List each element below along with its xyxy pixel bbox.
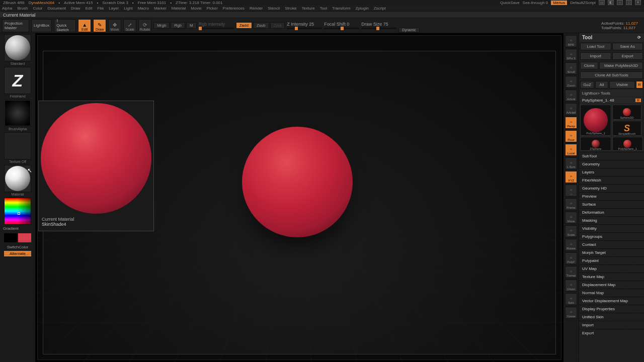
minimize-button[interactable]: ─ — [617, 0, 623, 5]
menu-edit[interactable]: Edit — [86, 6, 93, 11]
menu-color[interactable]: Color — [33, 6, 42, 11]
section-surface[interactable]: Surface — [579, 200, 644, 208]
shelf-local[interactable]: ▫Local — [565, 144, 577, 156]
menu-stencil[interactable]: Stencil — [268, 6, 280, 11]
section-preview[interactable]: Preview — [579, 192, 644, 200]
rgb-intensity-slider[interactable]: Rgb Intensity — [199, 19, 234, 32]
material-slot[interactable]: Material — [4, 165, 31, 192]
section-layers[interactable]: Layers — [579, 168, 644, 176]
color-picker[interactable] — [4, 198, 31, 225]
menu-marker[interactable]: Marker — [154, 6, 167, 11]
tool-thumb-zsphere[interactable]: ZSphere — [580, 137, 611, 151]
shelf-[interactable]: ▫○ — [565, 185, 577, 197]
menu-macro[interactable]: Macro — [138, 6, 149, 11]
clone-all-subtools-button[interactable]: Clone All SubTools — [580, 71, 643, 79]
menu-brush[interactable]: Brush — [17, 6, 28, 11]
menus-toggle[interactable]: Menus — [551, 1, 567, 5]
scale-mode-button[interactable]: ⤢Scale — [123, 19, 136, 32]
quicksave-button[interactable]: QuickSave — [500, 1, 520, 5]
make-polymesh-button[interactable]: Make PolyMesh3D — [599, 62, 643, 69]
menu-material[interactable]: Material — [172, 6, 186, 11]
shelf-xyz[interactable]: ▫XYZ — [565, 171, 577, 183]
window-icon-1[interactable]: ▭ — [599, 0, 605, 5]
active-tool-thumb[interactable]: PolySphere_1 — [580, 105, 611, 136]
shelf-lsym[interactable]: ▫L.Sym — [565, 157, 577, 169]
goz-visible-button[interactable]: Visible — [609, 81, 635, 88]
projection-master-button[interactable]: Projection Master — [2, 19, 29, 32]
load-tool-button[interactable]: Load Tool — [580, 43, 611, 50]
gradient-label[interactable]: Gradient — [1, 226, 34, 231]
draw-size-slider[interactable]: Draw Size 75 — [361, 19, 396, 32]
menu-file[interactable]: File — [97, 6, 104, 11]
m-button[interactable]: M — [186, 22, 197, 29]
brush-slot[interactable]: Standard — [4, 34, 31, 61]
menu-layer[interactable]: Layer — [109, 6, 119, 11]
shelf-persp[interactable]: ▫Persp — [565, 117, 577, 129]
alpha-slot[interactable]: BrushAlpha — [4, 100, 31, 127]
shelf-aahalf[interactable]: ▫AAHalf — [565, 103, 577, 115]
menu-texture[interactable]: Texture — [301, 6, 314, 11]
tool-name-field[interactable]: PolySphere_1. 48R — [580, 97, 643, 104]
menu-stroke[interactable]: Stroke — [285, 6, 296, 11]
maximize-button[interactable]: □ — [626, 0, 632, 5]
menu-picker[interactable]: Picker — [207, 6, 218, 11]
draw-mode-button[interactable]: ✎Draw — [93, 19, 106, 32]
shelf-scroll[interactable]: ▫Scroll — [565, 62, 577, 74]
shelf-actual[interactable]: ▫Actual — [565, 89, 577, 102]
menu-light[interactable]: Light — [124, 6, 132, 11]
shelf-move[interactable]: ▫Move — [565, 212, 577, 224]
close-button[interactable]: ✕ — [635, 0, 641, 5]
section-deformation[interactable]: Deformation — [579, 208, 644, 216]
section-fibermesh[interactable]: FiberMesh — [579, 176, 644, 184]
section-geometry[interactable]: Geometry — [579, 160, 644, 168]
seethrough-slider[interactable]: See-through 0 — [523, 1, 548, 5]
tool-thumb-simplebrush[interactable]: S SimpleBrush — [612, 121, 641, 136]
shelf-spix3[interactable]: ▫SPix 3 — [565, 49, 577, 61]
shelf-zoom[interactable]: ▫Zoom — [565, 76, 577, 88]
tool-panel-header[interactable]: Tool⟳ — [579, 33, 644, 42]
menu-preferences[interactable]: Preferences — [223, 6, 245, 11]
clone-button[interactable]: Clone — [580, 62, 598, 69]
move-mode-button[interactable]: ✥Move — [108, 19, 121, 32]
texture-slot[interactable]: Texture Off — [4, 132, 31, 159]
lightbox-tools-link[interactable]: Lightbox> Tools — [580, 90, 643, 97]
menu-render[interactable]: Render — [250, 6, 263, 11]
export-button[interactable]: Export — [612, 52, 643, 60]
dynamic-toggle[interactable]: Dynamic — [398, 27, 419, 33]
menu-movie[interactable]: Movie — [191, 6, 201, 11]
menu-draw[interactable]: Draw — [71, 6, 80, 11]
window-icon-2[interactable]: ◧ — [608, 0, 614, 5]
tool-thumb-polysphere[interactable]: PolySphere_1 — [612, 137, 643, 151]
z-intensity-slider[interactable]: Z Intensity 25 — [287, 19, 322, 32]
section-visibility[interactable]: Visibility — [579, 224, 644, 232]
menu-alpha[interactable]: Alpha — [2, 6, 12, 11]
section-subtool[interactable]: SubTool — [579, 152, 644, 160]
goz-r-button[interactable]: R — [636, 81, 643, 88]
menu-zplugin[interactable]: Zplugin — [355, 6, 368, 11]
zcut-button[interactable]: Zcut — [270, 22, 285, 29]
shelf-frame[interactable]: ▫Frame — [565, 198, 577, 210]
shelf-bpr[interactable]: ▫BPR — [565, 35, 577, 47]
lightbox-button[interactable]: LightBox — [31, 19, 52, 32]
menu-tool[interactable]: Tool — [320, 6, 328, 11]
menu-zscript[interactable]: Zscript — [374, 6, 386, 11]
collapse-icon[interactable]: ⟳ — [637, 35, 641, 40]
save-as-button[interactable]: Save As — [612, 43, 643, 50]
section-masking[interactable]: Masking — [579, 216, 644, 224]
focal-shift-slider[interactable]: Focal Shift 0 — [324, 19, 359, 32]
menu-document[interactable]: Document — [48, 6, 66, 11]
section-geometry-hd[interactable]: Geometry HD — [579, 184, 644, 192]
import-button[interactable]: Import — [580, 52, 611, 60]
rgb-button[interactable]: Rgb — [171, 22, 185, 29]
stroke-slot[interactable]: Z FreeHand — [4, 67, 31, 94]
tool-r-badge[interactable]: R — [635, 99, 641, 102]
goz-button[interactable]: GoZ — [580, 81, 594, 88]
rotate-mode-button[interactable]: ⟳Rotate — [138, 19, 151, 32]
section-polygroups[interactable]: Polygroups — [579, 232, 644, 240]
default-script[interactable]: DefaultZScript — [570, 1, 596, 5]
shelf-floor[interactable]: ▫Floor — [565, 130, 577, 142]
polysphere-model[interactable] — [242, 127, 353, 237]
tool-thumb-sphere3d[interactable]: Sphere3D — [612, 105, 641, 120]
edit-mode-button[interactable]: ▲Edit — [78, 19, 91, 32]
goz-all-button[interactable]: All — [595, 81, 608, 88]
